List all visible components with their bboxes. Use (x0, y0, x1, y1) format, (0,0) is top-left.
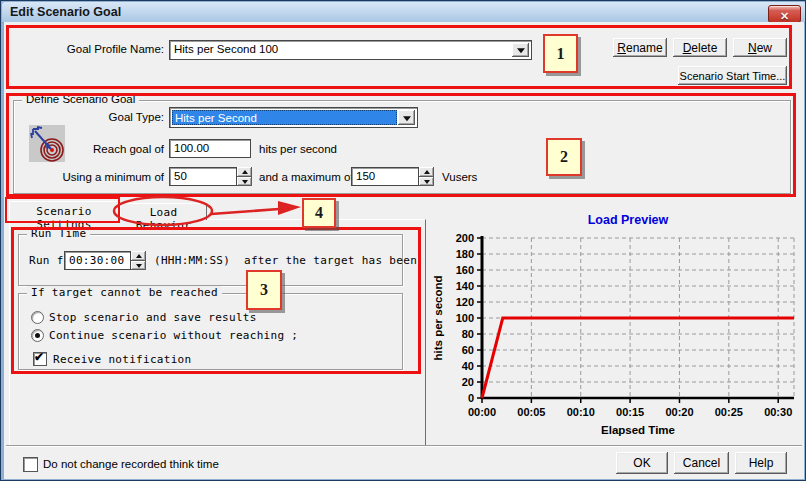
new-button[interactable]: New (733, 38, 787, 57)
spinner-down-icon (424, 180, 430, 184)
goal-type-selected-value: Hits per Second (172, 110, 397, 125)
goal-type-combobox[interactable]: Hits per Second (169, 107, 418, 128)
svg-text:120: 120 (456, 296, 474, 308)
radio-continue-scenario-label: Continue scenario without reaching ; (49, 329, 298, 342)
goal-profile-name-value: Hits per Second 100 (174, 43, 278, 55)
spinner-down-icon (136, 264, 142, 268)
receive-notification-label: Receive notification (53, 353, 191, 366)
spinner-down-icon (242, 180, 248, 184)
spinner-up-icon (136, 254, 142, 258)
ok-button[interactable]: OK (616, 452, 668, 474)
reach-goal-unit-label: hits per second (259, 143, 337, 155)
goal-type-label: Goal Type: (11, 111, 164, 123)
radio-dot-icon (35, 333, 40, 338)
run-duration-stepper[interactable] (131, 251, 146, 270)
svg-text:160: 160 (456, 264, 474, 276)
svg-text:Load Preview: Load Preview (588, 213, 669, 227)
svg-text:60: 60 (462, 344, 474, 356)
minimum-vusers-input[interactable]: 50 (169, 167, 237, 186)
receive-notification-checkbox[interactable]: ✔ (33, 352, 47, 366)
delete-button[interactable]: Delete (673, 38, 727, 57)
radio-continue-scenario[interactable] (31, 329, 44, 342)
radio-stop-scenario-label: Stop scenario and save results (49, 311, 257, 324)
think-time-checkbox[interactable] (23, 457, 38, 472)
maximum-label: and a maximum of (259, 171, 354, 183)
svg-text:40: 40 (462, 360, 474, 372)
spinner-up-icon (242, 170, 248, 174)
spinner-up-button[interactable] (419, 167, 434, 177)
svg-text:Elapsed Time: Elapsed Time (601, 424, 675, 436)
footer-separator (6, 445, 802, 447)
load-preview-chart: 02040608010012014016018020000:0000:0500:… (426, 206, 806, 451)
spinner-up-icon (424, 170, 430, 174)
chevron-down-icon (517, 48, 525, 53)
spinner-down-button[interactable] (419, 177, 434, 187)
svg-text:20: 20 (462, 376, 474, 388)
svg-text:140: 140 (456, 280, 474, 292)
svg-text:100: 100 (456, 312, 474, 324)
svg-text:200: 200 (456, 232, 474, 244)
goal-profile-dropdown-button[interactable] (512, 43, 529, 57)
chevron-down-icon (403, 116, 411, 121)
spinner-up-button[interactable] (237, 167, 252, 177)
reach-goal-input[interactable]: 100.00 (169, 139, 251, 158)
run-duration-format-label: (HHH:MM:SS) after the target has been (154, 254, 417, 267)
close-button[interactable]: ✕ (768, 5, 801, 23)
target-not-reached-title: If target cannot be reached (27, 286, 222, 299)
minimum-label: Using a minimum of (11, 171, 164, 183)
think-time-label: Do not change recorded think time (43, 458, 219, 470)
goal-profile-name-combobox[interactable]: Hits per Second 100 (169, 40, 532, 60)
define-scenario-goal-title: Define Scenario Goal (22, 93, 139, 105)
svg-text:00:05: 00:05 (517, 406, 545, 418)
goal-type-dropdown-button[interactable] (398, 110, 415, 125)
tab-load-behavior[interactable]: Load Behavior (120, 203, 207, 220)
target-not-reached-group: If target cannot be reached Stop scenari… (18, 293, 403, 370)
titlebar[interactable]: Edit Scenario Goal ✕ (2, 2, 806, 23)
rename-button[interactable]: Rename (613, 38, 667, 57)
spinner-down-button[interactable] (131, 261, 146, 271)
run-duration-input[interactable]: 00:30:00 (64, 251, 131, 270)
checkmark-icon: ✔ (34, 350, 44, 364)
load-preview-plot: 02040608010012014016018020000:0000:0500:… (426, 206, 806, 451)
vusers-unit-label: Vusers (442, 171, 477, 183)
radio-stop-scenario[interactable] (31, 311, 44, 324)
svg-text:00:00: 00:00 (468, 406, 496, 418)
target-goal-icon (29, 125, 65, 162)
svg-text:80: 80 (462, 328, 474, 340)
svg-text:00:30: 00:30 (764, 406, 792, 418)
spinner-up-button[interactable] (131, 251, 146, 261)
svg-text:180: 180 (456, 248, 474, 260)
goal-profile-name-label: Goal Profile Name: (11, 43, 164, 55)
edit-scenario-goal-dialog: Edit Scenario Goal ✕ Goal Profile Name: … (0, 0, 806, 481)
svg-text:00:15: 00:15 (616, 406, 644, 418)
cancel-button[interactable]: Cancel (674, 452, 729, 474)
scenario-start-time-button[interactable]: Scenario Start Time... (678, 66, 787, 85)
svg-text:00:25: 00:25 (715, 406, 743, 418)
run-time-group: Run Time Run for 00:30:00 (HHH:MM:SS) af… (18, 234, 403, 286)
spinner-down-button[interactable] (237, 177, 252, 187)
help-button[interactable]: Help (735, 452, 787, 474)
maximum-vusers-input[interactable]: 150 (351, 167, 419, 186)
maximum-vusers-stepper[interactable] (419, 167, 434, 186)
svg-text:00:10: 00:10 (567, 406, 595, 418)
dialog-title: Edit Scenario Goal (10, 5, 121, 19)
svg-text:0: 0 (468, 392, 474, 404)
minimum-vusers-stepper[interactable] (237, 167, 252, 186)
tab-scenario-settings[interactable]: Scenario Settings (9, 201, 119, 220)
svg-text:hits per second: hits per second (432, 276, 444, 361)
close-icon: ✕ (780, 10, 789, 22)
svg-text:00:20: 00:20 (665, 406, 693, 418)
